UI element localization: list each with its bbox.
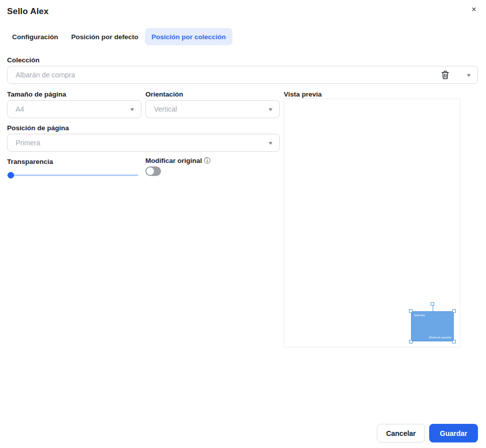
chevron-down-icon: ▾: [467, 72, 471, 78]
stamp-date-text: {Fecha de creación}: [429, 336, 451, 339]
modify-original-label: Modificar originalⓘ: [145, 156, 211, 165]
dialog-title: Sello Alex: [7, 7, 49, 17]
delete-collection-button[interactable]: [439, 69, 451, 81]
chevron-down-icon: ▾: [269, 106, 273, 113]
tab-posicion-por-defecto[interactable]: Posición por defecto: [65, 28, 145, 45]
collection-select[interactable]: Albarán de compra ▾: [7, 66, 478, 84]
tab-posicion-por-coleccion[interactable]: Posición por colección: [145, 28, 232, 45]
page-size-label: Tamaño de página: [7, 91, 66, 98]
orientation-label: Orientación: [145, 91, 183, 98]
collection-label: Colección: [7, 56, 40, 64]
page-size-value: A4: [8, 105, 131, 113]
resize-handle-bottom-left[interactable]: [409, 340, 413, 343]
preview-canvas: Sello Alex {Fecha de creación}: [284, 99, 460, 347]
rotate-handle[interactable]: [431, 302, 434, 306]
close-button[interactable]: ×: [467, 3, 480, 16]
chevron-down-icon: ▾: [131, 106, 134, 113]
resize-handle-bottom-right[interactable]: [452, 340, 456, 343]
transparency-slider[interactable]: [7, 170, 138, 180]
page-size-select[interactable]: A4 ▾: [7, 100, 141, 118]
modify-original-toggle[interactable]: [145, 166, 161, 176]
stamp-dialog: Sello Alex × Configuración Posición por …: [0, 0, 486, 448]
page-position-value: Primera: [8, 139, 269, 147]
save-button[interactable]: Guardar: [429, 424, 478, 442]
slider-track[interactable]: [7, 174, 138, 176]
slider-thumb[interactable]: [8, 172, 14, 178]
transparency-label: Transparencia: [7, 158, 53, 165]
page-position-label: Posición de página: [7, 124, 69, 132]
rotation-stem: [433, 306, 433, 312]
collection-placeholder: Albarán de compra: [8, 71, 467, 79]
tab-bar: Configuración Posición por defecto Posic…: [6, 28, 232, 45]
chevron-down-icon: ▾: [269, 140, 273, 146]
close-icon: ×: [471, 5, 476, 14]
cancel-button[interactable]: Cancelar: [377, 424, 425, 442]
toggle-knob: [146, 167, 154, 175]
page-position-select[interactable]: Primera ▾: [7, 134, 280, 152]
stamp-object[interactable]: Sello Alex {Fecha de creación}: [412, 312, 453, 341]
resize-handle-top-left[interactable]: [409, 309, 413, 313]
info-icon[interactable]: ⓘ: [204, 157, 211, 164]
trash-icon: [441, 70, 449, 79]
preview-label: Vista previa: [284, 91, 322, 98]
stamp-title-text: Sello Alex: [414, 314, 425, 317]
orientation-value: Vertical: [146, 105, 269, 113]
resize-handle-top-right[interactable]: [452, 309, 456, 313]
orientation-select[interactable]: Vertical ▾: [145, 100, 280, 118]
tab-configuracion[interactable]: Configuración: [6, 28, 65, 45]
